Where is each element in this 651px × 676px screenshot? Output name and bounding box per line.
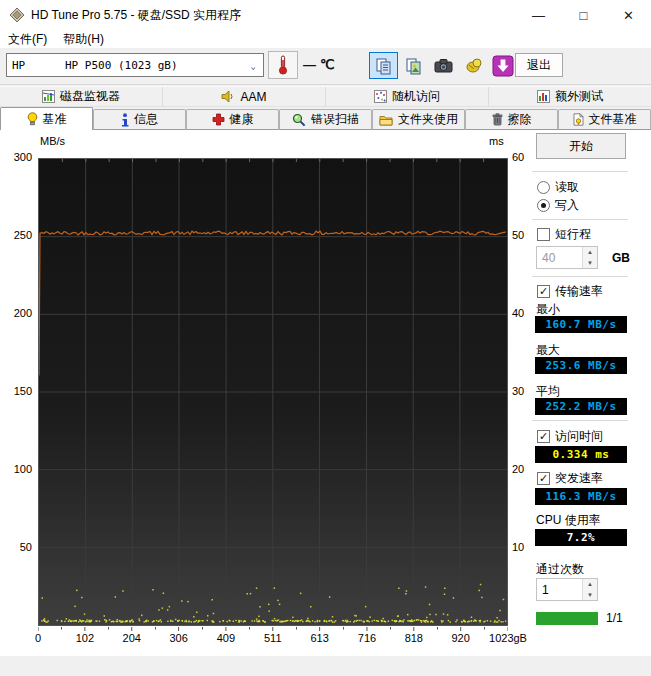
tab-aam[interactable]: AAM <box>163 87 326 106</box>
tab-label: 文件夹使用 <box>398 111 458 128</box>
tab-erase[interactable]: 擦除 <box>465 109 558 130</box>
transfer-rate-label: 传输速率 <box>555 283 603 300</box>
close-button[interactable]: ✕ <box>606 0 651 30</box>
tab-label: 随机访问 <box>392 88 440 105</box>
spin-down-icon[interactable]: ▼ <box>583 258 597 269</box>
spin-down-icon[interactable]: ▼ <box>583 590 597 601</box>
main-tab-bar: 基准 信息 健康 错误扫描 <box>0 107 651 130</box>
tab-file-benchmark[interactable]: 文件基准 <box>558 109 651 130</box>
secondary-tab-strip: 磁盘监视器 AAM 随机访问 额外测试 <box>0 86 651 107</box>
health-cross-icon <box>212 113 225 126</box>
benchmark-icon <box>27 112 38 126</box>
toolbar: HP HP P500 (1023 gB) ⌄ —℃ <box>0 48 651 85</box>
exit-button[interactable]: 退出 <box>515 53 563 77</box>
drive-select-dropdown[interactable]: HP HP P500 (1023 gB) ⌄ <box>6 53 264 77</box>
cpu-usage-value: 7.2% <box>535 529 627 546</box>
spin-up-icon[interactable]: ▲ <box>583 247 597 258</box>
pass-count-value: 1 <box>542 583 549 597</box>
start-button[interactable]: 开始 <box>536 133 626 159</box>
donate-button[interactable] <box>459 52 488 79</box>
y-left-unit: MB/s <box>40 135 65 147</box>
min-value: 160.7 MB/s <box>535 316 627 333</box>
radio-read-label: 读取 <box>555 179 579 196</box>
tab-label: 文件基准 <box>589 111 637 128</box>
tab-label: 健康 <box>230 111 254 128</box>
random-access-icon <box>374 90 387 103</box>
access-time-check[interactable]: ✓ <box>537 430 550 443</box>
copy-text-button[interactable] <box>369 52 398 79</box>
window-title: HD Tune Pro 5.75 - 硬盘/SSD 实用程序 <box>31 7 241 24</box>
short-stroke-checkbox[interactable]: 短行程 <box>537 226 591 243</box>
temperature-readout: —℃ <box>303 57 339 72</box>
extra-tests-icon <box>537 90 550 103</box>
tab-random-access[interactable]: 随机访问 <box>326 87 489 106</box>
radio-write[interactable]: 写入 <box>537 197 579 214</box>
tab-extra-tests[interactable]: 额外测试 <box>489 87 651 106</box>
transfer-rate-checkbox[interactable]: ✓ 传输速率 <box>537 283 603 300</box>
short-stroke-label: 短行程 <box>555 226 591 243</box>
trash-icon <box>492 113 503 126</box>
screenshot-button[interactable] <box>429 52 458 79</box>
tab-health[interactable]: 健康 <box>186 109 279 130</box>
radio-read-control[interactable] <box>537 181 550 194</box>
copy-text-icon <box>375 57 393 75</box>
short-stroke-value: 40 <box>542 251 555 265</box>
tab-folder-usage[interactable]: 文件夹使用 <box>372 109 465 130</box>
burst-rate-checkbox[interactable]: ✓ 突发速率 <box>537 470 603 487</box>
burst-rate-label: 突发速率 <box>555 470 603 487</box>
chevron-down-icon: ⌄ <box>251 61 256 71</box>
radio-write-control[interactable] <box>537 199 550 212</box>
copy-image-button[interactable] <box>399 52 428 79</box>
transfer-rate-check[interactable]: ✓ <box>537 285 550 298</box>
pass-count-spinner[interactable]: 1 ▲▼ <box>536 578 598 601</box>
thermometer-icon <box>278 55 288 75</box>
download-arrow-icon <box>492 55 514 77</box>
menu-bar: 文件(F) 帮助(H) <box>0 30 651 48</box>
disk-monitor-icon <box>42 90 55 103</box>
cpu-usage-label: CPU 使用率 <box>536 512 601 529</box>
minimize-button[interactable]: — <box>516 0 561 30</box>
tab-label: 磁盘监视器 <box>60 88 120 105</box>
folder-icon <box>379 114 393 126</box>
short-stroke-check[interactable] <box>537 228 550 241</box>
menu-file[interactable]: 文件(F) <box>0 30 55 49</box>
access-time-value: 0.334 ms <box>535 446 627 463</box>
x-axis-ticks <box>38 627 508 633</box>
magnifier-icon <box>292 113 306 127</box>
tab-error-scan[interactable]: 错误扫描 <box>279 109 372 130</box>
camera-icon <box>434 58 453 73</box>
tab-info[interactable]: 信息 <box>93 109 186 130</box>
app-icon <box>9 7 25 23</box>
burst-rate-value: 116.3 MB/s <box>535 488 627 505</box>
tab-label: 错误扫描 <box>311 111 359 128</box>
max-value: 253.6 MB/s <box>535 357 627 374</box>
avg-value: 252.2 MB/s <box>535 398 627 415</box>
gb-unit-label: GB <box>612 251 630 265</box>
tab-label: 额外测试 <box>555 88 603 105</box>
title-bar: HD Tune Pro 5.75 - 硬盘/SSD 实用程序 — □ ✕ <box>0 0 651 30</box>
radio-write-label: 写入 <box>555 197 579 214</box>
update-button[interactable] <box>488 52 517 79</box>
tab-label: 信息 <box>134 111 158 128</box>
pass-count-label: 通过次数 <box>536 561 584 578</box>
tab-benchmark[interactable]: 基准 <box>0 107 93 130</box>
tab-label: AAM <box>240 90 266 104</box>
tab-disk-monitor[interactable]: 磁盘监视器 <box>0 87 163 106</box>
temperature-button[interactable] <box>268 51 298 79</box>
access-time-checkbox[interactable]: ✓ 访问时间 <box>537 428 603 445</box>
spin-up-icon[interactable]: ▲ <box>583 579 597 590</box>
y-right-unit: ms <box>489 135 504 147</box>
benchmark-chart <box>38 158 508 626</box>
copy-image-icon <box>405 57 423 75</box>
hand-coin-icon <box>465 57 483 75</box>
progress-bar <box>536 612 598 625</box>
burst-rate-check[interactable]: ✓ <box>537 472 550 485</box>
tab-label: 擦除 <box>508 111 532 128</box>
short-stroke-spinner[interactable]: 40 ▲▼ <box>536 246 598 269</box>
maximize-button[interactable]: □ <box>561 0 606 30</box>
info-icon <box>121 113 129 127</box>
access-time-label: 访问时间 <box>555 428 603 445</box>
menu-help[interactable]: 帮助(H) <box>55 30 112 49</box>
drive-select-value: HP HP P500 (1023 gB) <box>12 59 178 72</box>
radio-read[interactable]: 读取 <box>537 179 579 196</box>
